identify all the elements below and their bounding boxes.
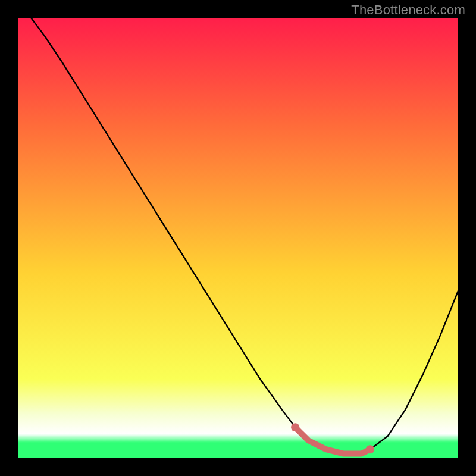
chart-svg [18, 18, 458, 458]
watermark-text: TheBottleneck.com [351, 2, 465, 18]
highlight-endpoint-1 [366, 445, 374, 453]
plot-area [18, 18, 458, 458]
chart-container: TheBottleneck.com [0, 0, 476, 476]
gradient-background [18, 18, 458, 458]
highlight-endpoint-0 [291, 423, 299, 431]
